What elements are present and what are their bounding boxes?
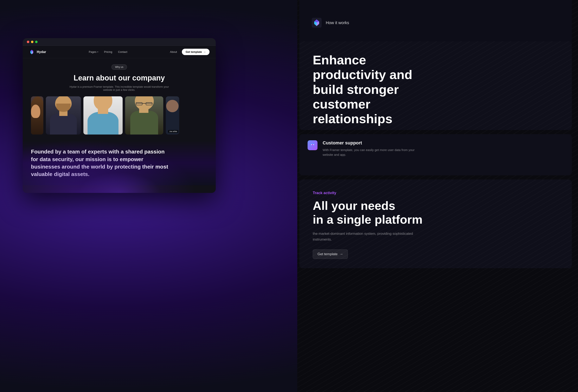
- team-photo-5: Joe white: [166, 96, 179, 134]
- get-template-arrow: →: [339, 252, 343, 256]
- founded-text: Founded by a team of experts with a shar…: [31, 148, 171, 178]
- track-title-line1: All your needs: [313, 199, 395, 212]
- nav-link-pages-label: Pages: [89, 50, 96, 53]
- hero-content: Why us Learn about our company Hydar is …: [23, 58, 216, 141]
- svg-point-4: [313, 144, 314, 145]
- track-subtitle: the market-dominant information system, …: [313, 231, 424, 242]
- how-it-works-card: How it works: [299, 0, 572, 45]
- track-title: All your needs in a single platform: [313, 199, 428, 226]
- team-photo-2: [46, 96, 81, 134]
- browser-window: Hydar Pages ▾ Pricing Contact About Get …: [23, 38, 216, 193]
- person-name-text-5: Joe white: [169, 131, 177, 132]
- navbar: Hydar Pages ▾ Pricing Contact About Get …: [23, 46, 216, 58]
- hero-title: Learn about our company: [31, 73, 207, 82]
- nav-link-contact[interactable]: Contact: [118, 50, 127, 53]
- person-silhouette-2: [46, 96, 81, 134]
- hero-subtitle: Hydar is a premium Framer template. This…: [68, 85, 171, 91]
- enhance-productivity-card: Enhance productivity and build stronger …: [299, 41, 572, 130]
- nav-link-contact-label: Contact: [118, 50, 127, 53]
- nav-about-link[interactable]: About: [170, 50, 177, 53]
- customer-support-text: Customer support With Framer template, y…: [323, 140, 426, 157]
- track-title-line2: in a single platform: [313, 213, 423, 226]
- team-photos-row: Joe white: [31, 96, 207, 134]
- hydar-logo-icon: [312, 18, 322, 28]
- browser-dot-minimize[interactable]: [31, 41, 33, 43]
- person-silhouette-1: [31, 96, 43, 134]
- nav-links: Pages ▾ Pricing Contact: [89, 50, 127, 53]
- how-it-works-content: How it works: [312, 18, 349, 28]
- nav-brand-name: Hydar: [37, 50, 46, 54]
- enhance-card-content: Enhance productivity and build stronger …: [313, 53, 558, 130]
- chevron-down-icon: ▾: [97, 51, 98, 53]
- get-template-button[interactable]: Get template →: [313, 249, 348, 259]
- track-activity-card: Track activity All your needs in a singl…: [299, 179, 572, 268]
- team-photo-1: [31, 96, 43, 134]
- svg-point-3: [311, 144, 312, 145]
- browser-dot-close[interactable]: [27, 41, 29, 43]
- nav-link-pages[interactable]: Pages ▾: [89, 50, 98, 53]
- customer-support-card: Customer support With Framer template, y…: [299, 134, 572, 175]
- customer-support-icon: [308, 140, 318, 150]
- p4-body: [130, 111, 158, 134]
- nav-link-pricing-label: Pricing: [104, 50, 112, 53]
- glasses-right: [146, 102, 152, 105]
- nav-cta-button[interactable]: Get template →: [182, 49, 209, 55]
- p3-body: [88, 112, 118, 134]
- customer-support-description: With Framer template, you can easily get…: [323, 148, 426, 157]
- customer-support-title: Customer support: [323, 140, 426, 146]
- how-it-works-label: How it works: [326, 20, 349, 25]
- team-photo-3: [83, 96, 123, 134]
- person-silhouette-3: [83, 96, 123, 134]
- person-name-badge-5: Joe white: [168, 130, 178, 133]
- nav-cta-arrow: →: [203, 50, 206, 53]
- team-photo-4: [125, 96, 163, 134]
- p3-head: [94, 96, 112, 110]
- why-us-badge: Why us: [111, 64, 127, 70]
- nav-cta-label: Get template: [186, 50, 202, 53]
- nav-right: About Get template →: [170, 49, 209, 55]
- person-silhouette-5: [166, 96, 179, 134]
- track-card-content: Track activity All your needs in a singl…: [313, 191, 558, 259]
- nav-brand: Hydar: [29, 49, 46, 55]
- browser-chrome: [23, 38, 216, 46]
- glasses-left: [136, 102, 143, 105]
- get-template-label: Get template: [318, 252, 337, 256]
- person-silhouette-4: [125, 96, 163, 134]
- nav-link-pricing[interactable]: Pricing: [104, 50, 112, 53]
- track-label: Track activity: [313, 191, 558, 195]
- p5-head: [166, 100, 179, 112]
- p2-beard-shadow: [56, 104, 71, 112]
- browser-dot-fullscreen[interactable]: [35, 41, 38, 43]
- enhance-title: Enhance productivity and build stronger …: [313, 53, 433, 126]
- person-face-1: [31, 105, 40, 118]
- p2-body: [50, 114, 77, 134]
- nav-logo-icon: [29, 49, 35, 55]
